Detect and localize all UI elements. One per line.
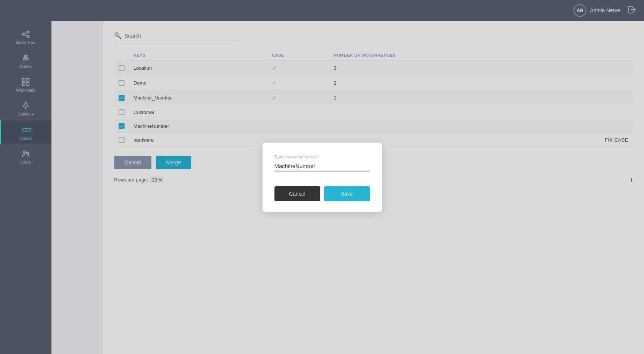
rename-modal: Type new name for key * Cancel Save bbox=[263, 143, 382, 212]
modal-save-button[interactable]: Save bbox=[324, 186, 370, 201]
modal-cancel-button[interactable]: Cancel bbox=[274, 186, 320, 201]
modal-actions: Cancel Save bbox=[274, 186, 370, 201]
modal-key-input[interactable] bbox=[274, 161, 370, 171]
modal-field-label: Type new name for key * bbox=[274, 155, 370, 159]
modal-overlay: Type new name for key * Cancel Save bbox=[0, 0, 644, 354]
